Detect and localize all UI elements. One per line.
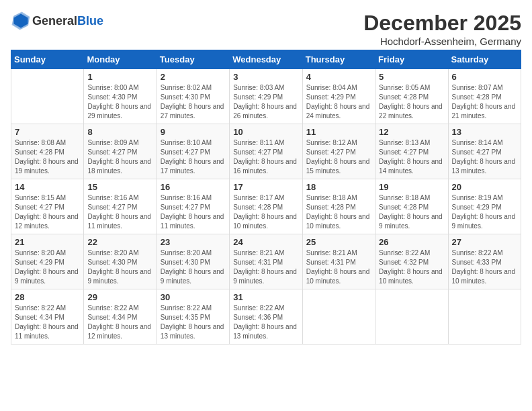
cell-content: Sunrise: 8:20 AMSunset: 4:30 PMDaylight:… <box>161 248 226 286</box>
cell-content: Sunrise: 8:22 AMSunset: 4:34 PMDaylight:… <box>87 304 152 341</box>
cell-content: Sunrise: 8:03 AMSunset: 4:29 PMDaylight:… <box>233 83 298 121</box>
calendar-cell: 1Sunrise: 8:00 AMSunset: 4:30 PMDaylight… <box>84 69 157 124</box>
cell-content: Sunrise: 8:14 AMSunset: 4:27 PMDaylight:… <box>452 138 517 176</box>
month-title: December 2025 <box>363 11 521 36</box>
day-number: 5 <box>379 72 444 82</box>
calendar-cell: 21Sunrise: 8:20 AMSunset: 4:29 PMDayligh… <box>11 234 84 289</box>
cell-content: Sunrise: 8:20 AMSunset: 4:30 PMDaylight:… <box>87 248 152 286</box>
day-number: 23 <box>161 237 226 247</box>
day-number: 21 <box>15 237 80 247</box>
calendar-cell: 30Sunrise: 8:22 AMSunset: 4:35 PMDayligh… <box>157 289 229 345</box>
day-number: 12 <box>379 127 444 137</box>
calendar-cell: 27Sunrise: 8:22 AMSunset: 4:33 PMDayligh… <box>448 234 521 289</box>
cell-content: Sunrise: 8:22 AMSunset: 4:32 PMDaylight:… <box>379 248 444 286</box>
column-header-monday: Monday <box>84 50 157 69</box>
calendar-cell: 13Sunrise: 8:14 AMSunset: 4:27 PMDayligh… <box>448 124 521 179</box>
day-number: 19 <box>379 182 444 192</box>
cell-content: Sunrise: 8:19 AMSunset: 4:29 PMDaylight:… <box>452 193 517 231</box>
day-number: 2 <box>161 72 226 82</box>
calendar-cell: 3Sunrise: 8:03 AMSunset: 4:29 PMDaylight… <box>230 69 302 124</box>
day-number: 27 <box>452 237 517 247</box>
cell-content: Sunrise: 8:22 AMSunset: 4:36 PMDaylight:… <box>233 304 298 341</box>
day-number: 13 <box>452 127 517 137</box>
calendar-cell: 10Sunrise: 8:11 AMSunset: 4:27 PMDayligh… <box>230 124 302 179</box>
page-header: GeneralBlue December 2025 Hochdorf-Assen… <box>11 11 521 47</box>
day-number: 8 <box>87 127 152 137</box>
calendar-cell <box>375 289 448 345</box>
day-number: 30 <box>161 292 226 302</box>
day-number: 24 <box>233 237 298 247</box>
cell-content: Sunrise: 8:16 AMSunset: 4:27 PMDaylight:… <box>87 193 152 231</box>
cell-content: Sunrise: 8:02 AMSunset: 4:30 PMDaylight:… <box>161 83 226 121</box>
day-number: 6 <box>452 72 517 82</box>
logo-text-blue: Blue <box>77 14 103 28</box>
calendar-cell <box>448 289 521 345</box>
calendar-cell: 19Sunrise: 8:18 AMSunset: 4:28 PMDayligh… <box>375 179 448 234</box>
calendar-cell <box>11 69 84 124</box>
calendar-cell: 26Sunrise: 8:22 AMSunset: 4:32 PMDayligh… <box>375 234 448 289</box>
day-number: 1 <box>87 72 152 82</box>
cell-content: Sunrise: 8:08 AMSunset: 4:28 PMDaylight:… <box>15 138 80 176</box>
title-section: December 2025 Hochdorf-Assenheim, German… <box>363 11 521 47</box>
calendar-cell <box>302 289 375 345</box>
cell-content: Sunrise: 8:16 AMSunset: 4:27 PMDaylight:… <box>161 193 226 231</box>
calendar-cell: 2Sunrise: 8:02 AMSunset: 4:30 PMDaylight… <box>157 69 229 124</box>
cell-content: Sunrise: 8:17 AMSunset: 4:28 PMDaylight:… <box>233 193 298 231</box>
day-number: 14 <box>15 182 80 192</box>
calendar-week-row: 14Sunrise: 8:15 AMSunset: 4:27 PMDayligh… <box>11 179 521 234</box>
cell-content: Sunrise: 8:05 AMSunset: 4:28 PMDaylight:… <box>379 83 444 121</box>
cell-content: Sunrise: 8:13 AMSunset: 4:27 PMDaylight:… <box>379 138 444 176</box>
calendar-cell: 11Sunrise: 8:12 AMSunset: 4:27 PMDayligh… <box>302 124 375 179</box>
day-number: 15 <box>87 182 152 192</box>
day-number: 7 <box>15 127 80 137</box>
calendar-cell: 4Sunrise: 8:04 AMSunset: 4:29 PMDaylight… <box>302 69 375 124</box>
column-header-sunday: Sunday <box>11 50 84 69</box>
day-number: 11 <box>306 127 371 137</box>
day-number: 18 <box>306 182 371 192</box>
calendar-cell: 20Sunrise: 8:19 AMSunset: 4:29 PMDayligh… <box>448 179 521 234</box>
cell-content: Sunrise: 8:09 AMSunset: 4:27 PMDaylight:… <box>87 138 152 176</box>
day-number: 29 <box>87 292 152 302</box>
calendar-cell: 15Sunrise: 8:16 AMSunset: 4:27 PMDayligh… <box>84 179 157 234</box>
calendar-cell: 14Sunrise: 8:15 AMSunset: 4:27 PMDayligh… <box>11 179 84 234</box>
cell-content: Sunrise: 8:20 AMSunset: 4:29 PMDaylight:… <box>15 248 80 286</box>
day-number: 22 <box>87 237 152 247</box>
calendar-cell: 25Sunrise: 8:21 AMSunset: 4:31 PMDayligh… <box>302 234 375 289</box>
calendar-cell: 16Sunrise: 8:16 AMSunset: 4:27 PMDayligh… <box>157 179 229 234</box>
cell-content: Sunrise: 8:18 AMSunset: 4:28 PMDaylight:… <box>379 193 444 231</box>
day-number: 31 <box>233 292 298 302</box>
column-header-saturday: Saturday <box>448 50 521 69</box>
cell-content: Sunrise: 8:15 AMSunset: 4:27 PMDaylight:… <box>15 193 80 231</box>
calendar-header-row: SundayMondayTuesdayWednesdayThursdayFrid… <box>11 50 521 69</box>
calendar-cell: 24Sunrise: 8:21 AMSunset: 4:31 PMDayligh… <box>230 234 302 289</box>
calendar-week-row: 7Sunrise: 8:08 AMSunset: 4:28 PMDaylight… <box>11 124 521 179</box>
day-number: 9 <box>161 127 226 137</box>
day-number: 26 <box>379 237 444 247</box>
logo-text-general: General <box>32 14 77 28</box>
day-number: 4 <box>306 72 371 82</box>
day-number: 17 <box>233 182 298 192</box>
calendar-cell: 23Sunrise: 8:20 AMSunset: 4:30 PMDayligh… <box>157 234 229 289</box>
logo: GeneralBlue <box>11 11 103 31</box>
logo-icon <box>11 11 31 31</box>
cell-content: Sunrise: 8:18 AMSunset: 4:28 PMDaylight:… <box>306 193 371 231</box>
cell-content: Sunrise: 8:10 AMSunset: 4:27 PMDaylight:… <box>161 138 226 176</box>
calendar-cell: 6Sunrise: 8:07 AMSunset: 4:28 PMDaylight… <box>448 69 521 124</box>
cell-content: Sunrise: 8:11 AMSunset: 4:27 PMDaylight:… <box>233 138 298 176</box>
calendar-cell: 12Sunrise: 8:13 AMSunset: 4:27 PMDayligh… <box>375 124 448 179</box>
calendar-cell: 22Sunrise: 8:20 AMSunset: 4:30 PMDayligh… <box>84 234 157 289</box>
cell-content: Sunrise: 8:21 AMSunset: 4:31 PMDaylight:… <box>306 248 371 286</box>
column-header-wednesday: Wednesday <box>230 50 302 69</box>
calendar-cell: 18Sunrise: 8:18 AMSunset: 4:28 PMDayligh… <box>302 179 375 234</box>
calendar-week-row: 1Sunrise: 8:00 AMSunset: 4:30 PMDaylight… <box>11 69 521 124</box>
calendar-week-row: 21Sunrise: 8:20 AMSunset: 4:29 PMDayligh… <box>11 234 521 289</box>
day-number: 16 <box>161 182 226 192</box>
column-header-thursday: Thursday <box>302 50 375 69</box>
column-header-friday: Friday <box>375 50 448 69</box>
calendar-cell: 7Sunrise: 8:08 AMSunset: 4:28 PMDaylight… <box>11 124 84 179</box>
day-number: 10 <box>233 127 298 137</box>
cell-content: Sunrise: 8:12 AMSunset: 4:27 PMDaylight:… <box>306 138 371 176</box>
calendar-week-row: 28Sunrise: 8:22 AMSunset: 4:34 PMDayligh… <box>11 289 521 345</box>
calendar-cell: 8Sunrise: 8:09 AMSunset: 4:27 PMDaylight… <box>84 124 157 179</box>
calendar-cell: 17Sunrise: 8:17 AMSunset: 4:28 PMDayligh… <box>230 179 302 234</box>
